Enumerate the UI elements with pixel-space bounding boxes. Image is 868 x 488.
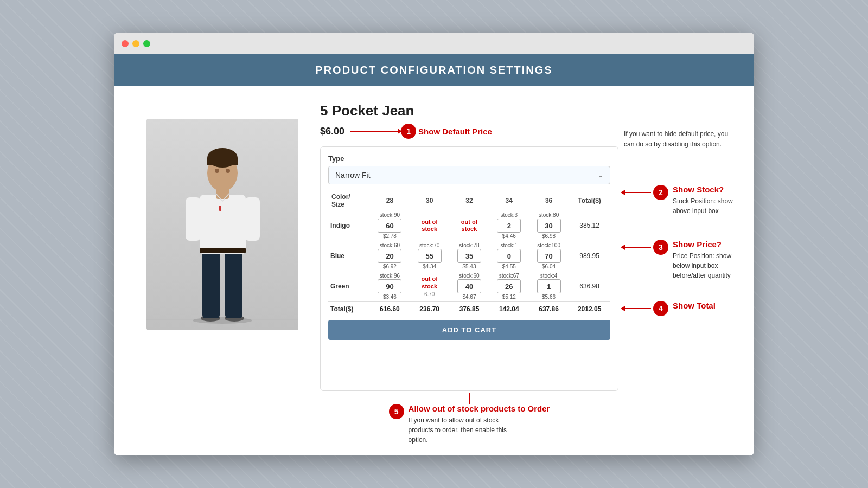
qty-input-blue-34[interactable] [497, 249, 521, 263]
svg-rect-8 [200, 248, 246, 253]
out-of-stock-text-indigo-32: out ofstock [461, 219, 478, 233]
out-of-stock-text-indigo-30: out ofstock [421, 219, 438, 233]
annotation-5-label: Allow out of stock products to Order [409, 404, 550, 413]
qty-input-blue-32[interactable] [457, 249, 481, 263]
annotation-5-container: 5 Allow out of stock products to Order I… [320, 393, 618, 445]
type-select-dropdown[interactable]: Narrow Fit ⌄ [328, 166, 610, 184]
svg-rect-5 [202, 249, 220, 318]
out-of-stock-text-green-30: out ofstock [421, 275, 438, 290]
svg-rect-7 [200, 195, 246, 254]
annotation-2-text: Show Stock? Stock Position: show above i… [673, 185, 738, 216]
annotation-3-arrow-badge: 3 [624, 240, 668, 255]
qty-input-indigo-34[interactable] [497, 219, 521, 233]
col-total-30: 236.70 [410, 302, 449, 315]
col-total-32: 376.85 [449, 302, 489, 315]
annotation-3-text: Show Price? Price Position: show below i… [673, 240, 738, 280]
annotation-2-desc: Stock Position: show above input box [673, 196, 738, 216]
annotation-2-arrow-line [624, 192, 651, 193]
svg-rect-17 [219, 206, 221, 211]
col-total-28: 616.60 [370, 302, 410, 315]
qty-input-indigo-28[interactable] [378, 219, 401, 233]
cell-blue-34: stock:1 $4.55 [489, 241, 529, 271]
qty-input-green-28[interactable] [378, 279, 401, 293]
close-dot[interactable] [122, 40, 129, 47]
cell-indigo-32: out ofstock [449, 210, 489, 241]
annotation-2-arrowhead [621, 190, 625, 195]
annotation-2-arrow-badge: 2 [624, 185, 668, 200]
annotation-3-row: 3 Show Price? Price Position: show below… [624, 240, 738, 280]
price-arrowhead [398, 129, 402, 134]
col-total-34: 142.04 [489, 302, 529, 315]
model-svg [146, 119, 298, 330]
price-annotation-connector: 1 Show Default Price [350, 124, 492, 139]
annotations-col: If you want to hide default price, you c… [618, 102, 738, 445]
type-label: Type [328, 155, 610, 163]
annotation-5-vertical-line [469, 393, 470, 404]
qty-input-green-32[interactable] [457, 279, 481, 293]
qty-input-blue-28[interactable] [378, 249, 401, 263]
row-total-blue: 989.95 [569, 241, 610, 271]
product-image-col [130, 102, 315, 445]
row-total-green: 636.98 [569, 271, 610, 302]
qty-input-blue-30[interactable] [418, 249, 442, 263]
annotation-5-text: Allow out of stock products to Order If … [409, 404, 550, 445]
product-config-col: 5 Pocket Jean $6.00 1 Show Default Price [315, 102, 618, 445]
col-header-30: 30 [410, 191, 449, 210]
product-image [146, 119, 298, 330]
annotation-5-row: 5 Allow out of stock products to Order I… [389, 404, 550, 445]
product-price: $6.00 [320, 126, 344, 137]
cell-blue-32: stock:78 $5.43 [449, 241, 489, 271]
annotation-4-arrow-badge: 4 [624, 301, 668, 316]
color-label-blue: Blue [328, 241, 370, 271]
cell-blue-28: stock:60 $6.92 [370, 241, 410, 271]
chevron-down-icon: ⌄ [598, 171, 603, 179]
price-arrow-line [350, 131, 399, 132]
totals-label: Total($) [328, 302, 370, 315]
cell-blue-30: stock:70 $4.34 [410, 241, 449, 271]
badge-3: 3 [653, 240, 668, 255]
qty-input-blue-36[interactable] [537, 249, 561, 263]
annotation-4-text: Show Total [673, 301, 716, 310]
annotation-4-arrow-line [624, 308, 651, 309]
app-header: PRODUCT CONFIGURATION SETTINGS [114, 54, 754, 86]
cell-indigo-34: stock:3 $4.46 [489, 210, 529, 241]
quantity-table: Color/Size 28 30 32 34 36 Total($) Indig… [328, 191, 610, 314]
color-label-indigo: Indigo [328, 210, 370, 241]
cell-indigo-30: out ofstock [410, 210, 449, 241]
minimize-dot[interactable] [132, 40, 139, 47]
maximize-dot[interactable] [143, 40, 150, 47]
type-selected-value: Narrow Fit [335, 171, 371, 179]
badge-5: 5 [389, 404, 404, 419]
cell-green-30: out ofstock 6.70 [410, 271, 449, 302]
color-label-green: Green [328, 271, 370, 302]
annotation-1-desc: If you want to hide default price, you c… [624, 130, 728, 148]
qty-input-green-36[interactable] [537, 279, 561, 293]
cell-indigo-28: stock:90 $2.78 [370, 210, 410, 241]
col-header-32: 32 [449, 191, 489, 210]
product-name: 5 Pocket Jean [320, 102, 618, 119]
grand-total: 2012.05 [569, 302, 610, 315]
annotation-1-label: Show Default Price [418, 127, 492, 136]
qty-input-green-34[interactable] [497, 279, 521, 293]
row-total-indigo: 385.12 [569, 210, 610, 241]
svg-rect-6 [225, 249, 242, 318]
grand-total-row: Total($) 616.60 236.70 376.85 142.04 637… [328, 302, 610, 315]
app-body: 5 Pocket Jean $6.00 1 Show Default Price [114, 86, 754, 455]
table-row: Blue stock:60 $6.92 stock:70 [328, 241, 610, 271]
svg-rect-10 [245, 197, 260, 241]
qty-input-indigo-36[interactable] [537, 219, 561, 233]
annotation-3-desc: Price Position: show below input box bef… [673, 251, 738, 280]
col-header-total: Total($) [569, 191, 610, 210]
annotation-4-row: 4 Show Total [624, 301, 738, 316]
col-header-28: 28 [370, 191, 410, 210]
add-to-cart-button[interactable]: ADD TO CART [328, 320, 610, 340]
cell-green-36: stock:4 $5.66 [529, 271, 569, 302]
annotation-4-arrowhead [621, 306, 625, 311]
header-title: PRODUCT CONFIGURATION SETTINGS [315, 64, 552, 76]
cell-green-28: stock:96 $3.46 [370, 271, 410, 302]
col-header-colorsize: Color/Size [328, 191, 370, 210]
annotation-2-label: Show Stock? [673, 185, 738, 194]
config-table-container: Type Narrow Fit ⌄ Color/Size 28 30 32 34… [320, 146, 618, 391]
svg-rect-14 [207, 158, 238, 165]
col-total-36: 637.86 [529, 302, 569, 315]
